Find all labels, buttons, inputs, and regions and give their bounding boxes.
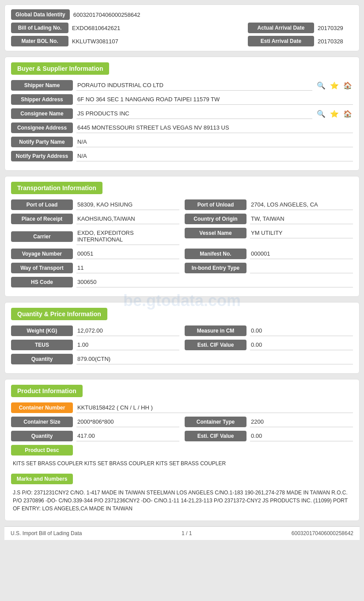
qp-right-1: Measure in CM 0.00	[185, 325, 353, 336]
shipper-search-icon[interactable]: 🔍	[316, 80, 326, 91]
place-receipt-label: Place of Receipt	[11, 214, 73, 224]
mater-bol-value: KKLUTW3081107	[72, 38, 244, 45]
esti-arrival-value: 20170328	[318, 38, 353, 45]
esti-cif-field: Esti. CIF Value 0.00	[185, 340, 353, 350]
product-right-2: Container Type 2200	[185, 417, 353, 427]
voyage-number-value: 00051	[76, 249, 179, 259]
consignee-name-label: Consignee Name	[11, 108, 73, 119]
product-left-2: Container Size 2000*806*800	[11, 417, 179, 427]
footer-left: U.S. Import Bill of Lading Data	[11, 530, 82, 536]
marks-text: J.S P/O: 2371231CNY2 C/NO. 1-417 MADE IN…	[11, 486, 353, 515]
global-id-label: Global Data Identity	[11, 9, 70, 20]
qp-quantity-label: Quantity	[11, 354, 73, 364]
esti-arrival-label: Esti Arrival Date	[248, 36, 314, 46]
consignee-name-value: JS PRODUCTS INC	[76, 108, 312, 119]
container-type-label: Container Type	[185, 417, 246, 427]
transport-row-1: Port of Load 58309, KAO HSIUNG Port of U…	[11, 199, 353, 210]
teus-field: TEUS 1.00	[11, 340, 179, 350]
transport-left-5: Way of Transport 11	[11, 263, 179, 273]
bol-label: Bill of Lading No.	[11, 23, 68, 33]
footer: U.S. Import Bill of Lading Data 1 / 1 60…	[4, 526, 360, 540]
qp-row-2: TEUS 1.00 Esti. CIF Value 0.00	[11, 340, 353, 350]
port-unload-field: Port of Unload 2704, LOS ANGELES, CA	[185, 199, 353, 210]
shipper-address-value: 6F NO 364 SEC 1 NANGANG ROAD TAIPEI 1157…	[76, 94, 353, 105]
transport-right-5: In-bond Entry Type	[185, 263, 353, 273]
product-info-card: Product Information Container Number KKT…	[4, 379, 360, 521]
product-esti-cif-field: Esti. CIF Value 0.00	[185, 431, 353, 441]
container-number-value: KKTU8158422 ( CN / L / HH )	[76, 402, 353, 413]
container-type-field: Container Type 2200	[185, 417, 353, 427]
carrier-label: Carrier	[11, 231, 73, 242]
way-transport-field: Way of Transport 11	[11, 263, 179, 273]
carrier-value: EXDO, EXPEDITORS INTERNATIONAL	[76, 228, 179, 245]
id-card: Global Data Identity 6003201704060002586…	[4, 4, 360, 51]
bol-row: Bill of Lading No. EXDO6810642621 Actual…	[11, 23, 353, 33]
transport-right-4: Manifest No. 000001	[185, 249, 353, 259]
consignee-home-icon[interactable]: 🏠	[342, 108, 353, 119]
port-load-value: 58309, KAO HSIUNG	[76, 199, 179, 210]
marks-numbers-label: Marks and Numbers	[11, 474, 73, 484]
weight-value: 12,072.00	[76, 325, 179, 336]
transport-right-1: Port of Unload 2704, LOS ANGELES, CA	[185, 199, 353, 210]
footer-right: 600320170406000258642	[292, 530, 353, 536]
transport-right-2: Country of Origin TW, TAIWAN	[185, 214, 353, 224]
product-quantity-label: Quantity	[11, 431, 73, 441]
measure-label: Measure in CM	[185, 325, 246, 336]
qp-quantity-row: Quantity 879.00(CTN)	[11, 354, 353, 364]
manifest-no-label: Manifest No.	[185, 249, 246, 259]
country-origin-value: TW, TAIWAN	[250, 214, 353, 224]
product-quantity-field: Quantity 417.00	[11, 431, 179, 441]
hs-code-row: HS Code 300650	[11, 277, 353, 287]
quantity-price-header: Quantity & Price Information	[11, 308, 107, 320]
consignee-icons: 🔍 ⭐ 🏠	[316, 108, 353, 119]
product-quantity-value: 417.00	[76, 431, 179, 441]
transport-left-1: Port of Load 58309, KAO HSIUNG	[11, 199, 179, 210]
product-right-3: Esti. CIF Value 0.00	[185, 431, 353, 441]
shipper-address-row: Shipper Address 6F NO 364 SEC 1 NANGANG …	[11, 94, 353, 105]
qp-left-1: Weight (KG) 12,072.00	[11, 325, 179, 336]
transport-row-3: Carrier EXDO, EXPEDITORS INTERNATIONAL V…	[11, 228, 353, 245]
consignee-search-icon[interactable]: 🔍	[316, 108, 326, 119]
quantity-price-card: Quantity & Price Information Weight (KG)…	[4, 302, 360, 374]
shipper-icons: 🔍 ⭐ 🏠	[316, 80, 353, 91]
transport-row-5: Way of Transport 11 In-bond Entry Type	[11, 263, 353, 273]
port-unload-value: 2704, LOS ANGELES, CA	[250, 199, 353, 210]
product-row-2: Container Size 2000*806*800 Container Ty…	[11, 417, 353, 427]
buyer-supplier-header: Buyer & Supplier Information	[11, 62, 109, 75]
global-id-value: 600320170406000258642	[73, 11, 353, 18]
manifest-no-field: Manifest No. 000001	[185, 249, 353, 259]
notify-name-label: Notify Party Name	[11, 137, 73, 147]
manifest-no-value: 000001	[250, 249, 353, 259]
transport-left-3: Carrier EXDO, EXPEDITORS INTERNATIONAL	[11, 228, 179, 245]
country-origin-field: Country of Origin TW, TAIWAN	[185, 214, 353, 224]
place-receipt-field: Place of Receipt KAOHSIUNG,TAIWAN	[11, 214, 179, 224]
transport-right-3: Vessel Name YM UTILITY	[185, 228, 353, 245]
vessel-name-label: Vessel Name	[185, 228, 246, 238]
shipper-home-icon[interactable]: 🏠	[342, 80, 353, 91]
notify-address-value: N/A	[76, 151, 353, 161]
product-row-3: Quantity 417.00 Esti. CIF Value 0.00	[11, 431, 353, 441]
vessel-name-value: YM UTILITY	[250, 228, 353, 238]
footer-center: 1 / 1	[182, 530, 192, 536]
port-load-field: Port of Load 58309, KAO HSIUNG	[11, 199, 179, 210]
shipper-name-label: Shipper Name	[11, 80, 73, 91]
inbond-entry-label: In-bond Entry Type	[185, 263, 246, 273]
product-desc-label: Product Desc	[11, 445, 73, 456]
consignee-star-icon[interactable]: ⭐	[329, 108, 340, 119]
carrier-field: Carrier EXDO, EXPEDITORS INTERNATIONAL	[11, 228, 179, 245]
way-transport-value: 11	[76, 263, 179, 273]
container-size-label: Container Size	[11, 417, 73, 427]
country-origin-label: Country of Origin	[185, 214, 246, 224]
inbond-entry-value	[250, 263, 353, 273]
measure-value: 0.00	[250, 325, 353, 336]
port-unload-label: Port of Unload	[185, 199, 246, 210]
teus-value: 1.00	[76, 340, 179, 350]
container-type-value: 2200	[250, 417, 353, 427]
shipper-star-icon[interactable]: ⭐	[329, 80, 340, 91]
page-wrapper: Global Data Identity 6003201704060002586…	[0, 0, 364, 601]
esti-cif-value: 0.00	[250, 340, 353, 350]
measure-field: Measure in CM 0.00	[185, 325, 353, 336]
transport-left-2: Place of Receipt KAOHSIUNG,TAIWAN	[11, 214, 179, 224]
container-size-value: 2000*806*800	[76, 417, 179, 427]
product-esti-cif-label: Esti. CIF Value	[185, 431, 246, 441]
